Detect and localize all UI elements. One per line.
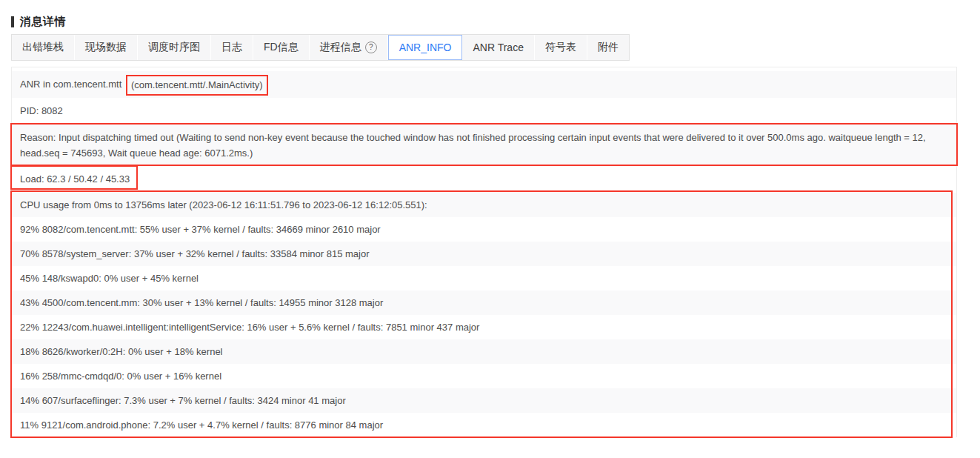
tab-error-stack[interactable]: 出错堆栈 bbox=[12, 35, 75, 60]
tab-anr-info[interactable]: ANR_INFO bbox=[388, 35, 463, 60]
page-title: 消息详情 bbox=[20, 15, 66, 29]
tab-label: ANR_INFO bbox=[399, 42, 452, 53]
reason-row: Reason: Input dispatching timed out (Wai… bbox=[12, 125, 956, 166]
tab-label: 日志 bbox=[221, 41, 242, 54]
tab-scene-data[interactable]: 现场数据 bbox=[75, 35, 138, 60]
anr-activity-highlight: (com.tencent.mtt/.MainActivity) bbox=[126, 75, 268, 96]
tab-label: 现场数据 bbox=[85, 41, 127, 54]
cpu-usage-row: 43% 4500/com.tencent.mm: 30% user + 13% … bbox=[12, 291, 956, 315]
tab-schedule-timeline[interactable]: 调度时序图 bbox=[138, 35, 211, 60]
section-header: 消息详情 bbox=[11, 15, 66, 29]
tab-attachment[interactable]: 附件 bbox=[587, 35, 629, 60]
anr-detail-panel: ANR in com.tencent.mtt (com.tencent.mtt/… bbox=[11, 67, 957, 437]
cpu-usage-header-row: CPU usage from 0ms to 13756ms later (202… bbox=[12, 193, 956, 217]
tab-symbol-table[interactable]: 符号表 bbox=[535, 35, 587, 60]
cpu-usage-row: 18% 8626/kworker/0:2H: 0% user + 18% ker… bbox=[12, 339, 956, 364]
cpu-usage-row: 14% 607/surfaceflinger: 7.3% user + 7% k… bbox=[12, 388, 956, 413]
cpu-usage-row: 16% 258/mmc-cmdqd/0: 0% user + 16% kerne… bbox=[12, 364, 956, 388]
load-row: Load: 62.3 / 50.42 / 45.33 bbox=[12, 166, 956, 193]
tab-label: 调度时序图 bbox=[148, 41, 200, 54]
title-marker bbox=[11, 16, 14, 27]
tab-label: 附件 bbox=[598, 41, 619, 54]
cpu-usage-row: 11% 9121/com.android.phone: 7.2% user + … bbox=[12, 413, 956, 437]
tab-process-info[interactable]: 进程信息 ? bbox=[310, 35, 388, 60]
anr-title-text: ANR in com.tencent.mtt bbox=[20, 79, 121, 90]
tab-label: 出错堆栈 bbox=[22, 41, 64, 54]
tab-fd-info[interactable]: FD信息 bbox=[253, 35, 310, 60]
tab-log[interactable]: 日志 bbox=[211, 35, 253, 60]
tab-label: 符号表 bbox=[545, 41, 576, 54]
cpu-usage-row: 22% 12243/com.huawei.intelligent:intelli… bbox=[12, 315, 956, 339]
question-circle-icon[interactable]: ? bbox=[365, 42, 377, 53]
cpu-usage-row: 45% 148/kswapd0: 0% user + 45% kernel bbox=[12, 266, 956, 291]
pid-row: PID: 8082 bbox=[12, 98, 956, 125]
tab-anr-trace[interactable]: ANR Trace bbox=[462, 35, 534, 60]
detail-tabbar: 出错堆栈 现场数据 调度时序图 日志 FD信息 进程信息 ? ANR_INFO … bbox=[11, 34, 630, 61]
message-detail-page: 消息详情 出错堆栈 现场数据 调度时序图 日志 FD信息 进程信息 ? ANR_… bbox=[0, 0, 980, 458]
cpu-usage-row: 92% 8082/com.tencent.mtt: 55% user + 37%… bbox=[12, 217, 956, 242]
anr-title-row: ANR in com.tencent.mtt (com.tencent.mtt/… bbox=[12, 71, 956, 98]
cpu-usage-row: 70% 8578/system_server: 37% user + 32% k… bbox=[12, 242, 956, 266]
tab-label: FD信息 bbox=[264, 41, 299, 54]
tab-label: 进程信息 bbox=[320, 41, 361, 54]
tab-label: ANR Trace bbox=[473, 42, 523, 53]
